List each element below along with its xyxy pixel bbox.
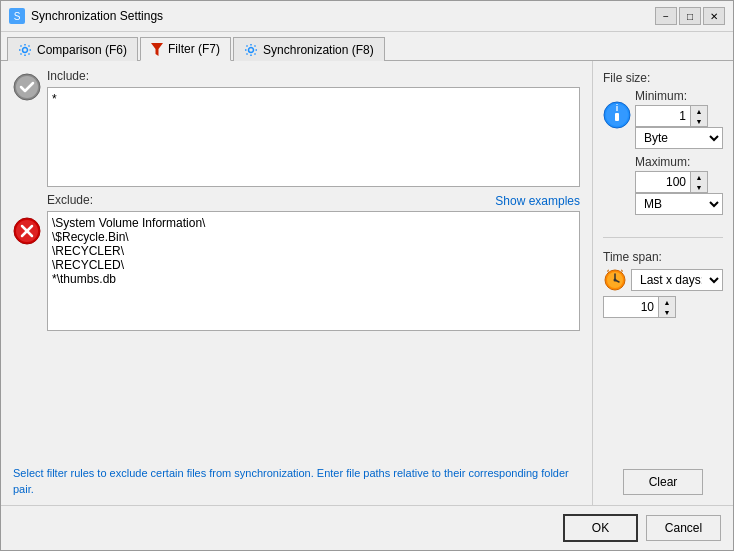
svg-marker-3 <box>151 43 163 56</box>
include-section: Include: * <box>13 69 580 187</box>
include-icon-wrapper <box>13 73 41 101</box>
title-bar: S Synchronization Settings − □ ✕ <box>1 1 733 32</box>
exclude-wrapper: Exclude: Show examples \System Volume In… <box>47 193 580 331</box>
time-span-select[interactable]: Last x days: Last x hours: Last x minute… <box>631 269 723 291</box>
exclude-icon-wrapper <box>13 217 41 245</box>
close-button[interactable]: ✕ <box>703 7 725 25</box>
bottom-bar: OK Cancel <box>1 505 733 550</box>
time-span-spinner-buttons: ▲ ▼ <box>658 296 676 318</box>
minimum-unit-select[interactable]: Byte KB MB GB <box>635 127 723 149</box>
hint-text: Select filter rules to exclude certain f… <box>13 466 580 497</box>
content-area: Include: * Exclude: <box>1 61 733 505</box>
time-span-down-button[interactable]: ▼ <box>659 307 675 317</box>
svg-point-6 <box>16 76 38 98</box>
window-title: Synchronization Settings <box>31 9 163 23</box>
svg-text:i: i <box>616 103 619 113</box>
include-label-row: Include: <box>47 69 580 85</box>
clock-icon <box>603 268 627 292</box>
svg-point-19 <box>614 279 617 282</box>
tab-synchronization[interactable]: Synchronization (F8) <box>233 37 385 61</box>
time-span-input[interactable]: 10 <box>603 296 658 318</box>
app-icon: S <box>9 8 25 24</box>
title-bar-left: S Synchronization Settings <box>9 8 163 24</box>
file-size-label: File size: <box>603 71 723 85</box>
svg-text:S: S <box>14 11 21 22</box>
file-size-fields: Minimum: 1 ▲ ▼ Byte KB MB GB <box>635 89 723 215</box>
time-span-spinner: 10 ▲ ▼ <box>603 296 723 318</box>
x-circle-icon <box>13 217 41 245</box>
include-textarea[interactable]: * <box>47 87 580 187</box>
include-label: Include: <box>47 69 89 83</box>
minimum-label: Minimum: <box>635 89 723 103</box>
tab-filter[interactable]: Filter (F7) <box>140 37 231 61</box>
minimize-button[interactable]: − <box>655 7 677 25</box>
time-span-up-button[interactable]: ▲ <box>659 297 675 307</box>
tab-filter-label: Filter (F7) <box>168 42 220 56</box>
title-bar-controls: − □ ✕ <box>655 7 725 25</box>
tab-synchronization-label: Synchronization (F8) <box>263 43 374 57</box>
minimum-down-button[interactable]: ▼ <box>691 116 707 126</box>
tab-comparison-label: Comparison (F6) <box>37 43 127 57</box>
svg-point-2 <box>23 47 28 52</box>
right-panel: File size: i Minimum: 1 ▲ <box>593 61 733 505</box>
ok-button[interactable]: OK <box>563 514 638 542</box>
check-circle-icon <box>13 73 41 101</box>
exclude-label-row: Exclude: Show examples <box>47 193 580 209</box>
funnel-icon <box>151 43 163 56</box>
time-span-group: Time span: Last x days: Last x <box>603 250 723 318</box>
maximum-spinner-buttons: ▲ ▼ <box>690 171 708 193</box>
minimum-up-button[interactable]: ▲ <box>691 106 707 116</box>
clear-button[interactable]: Clear <box>623 469 703 495</box>
minimum-spinner: 1 ▲ ▼ <box>635 105 723 127</box>
gear-icon-sync <box>244 43 258 57</box>
cancel-button[interactable]: Cancel <box>646 515 721 541</box>
main-window: S Synchronization Settings − □ ✕ Compari… <box>0 0 734 551</box>
time-span-row: Last x days: Last x hours: Last x minute… <box>603 268 723 292</box>
gear-icon <box>18 43 32 57</box>
exclude-label: Exclude: <box>47 193 93 207</box>
main-panel: Include: * Exclude: <box>1 61 593 505</box>
tab-comparison[interactable]: Comparison (F6) <box>7 37 138 61</box>
maximum-down-button[interactable]: ▼ <box>691 182 707 192</box>
include-textarea-wrapper: Include: * <box>47 69 580 187</box>
tab-bar: Comparison (F6) Filter (F7) Synchronizat… <box>1 32 733 61</box>
minimum-input[interactable]: 1 <box>635 105 690 127</box>
maximize-button[interactable]: □ <box>679 7 701 25</box>
time-span-label: Time span: <box>603 250 723 264</box>
exclude-section: Exclude: Show examples \System Volume In… <box>13 193 580 456</box>
minimum-spinner-buttons: ▲ ▼ <box>690 105 708 127</box>
exclude-textarea[interactable]: \System Volume Information\ \$Recycle.Bi… <box>47 211 580 331</box>
divider <box>603 237 723 238</box>
svg-point-4 <box>249 47 254 52</box>
maximum-input[interactable]: 100 <box>635 171 690 193</box>
file-size-group: File size: i Minimum: 1 ▲ <box>603 71 723 215</box>
info-icon: i <box>603 101 631 129</box>
show-examples-link[interactable]: Show examples <box>495 194 580 208</box>
maximum-spinner: 100 ▲ ▼ <box>635 171 723 193</box>
maximum-up-button[interactable]: ▲ <box>691 172 707 182</box>
maximum-label: Maximum: <box>635 155 723 169</box>
svg-rect-14 <box>615 113 619 121</box>
maximum-unit-select[interactable]: Byte KB MB GB <box>635 193 723 215</box>
